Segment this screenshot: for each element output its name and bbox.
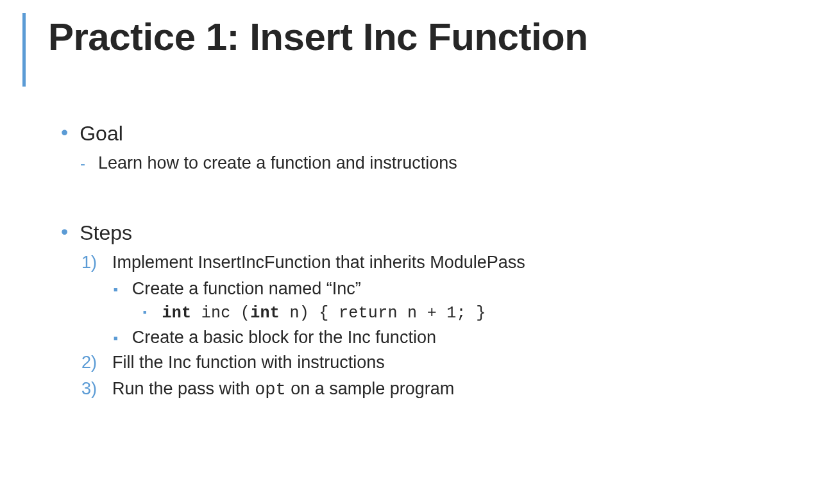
step-text-post: on a sample program xyxy=(286,379,455,398)
bullet-dot-icon: • xyxy=(61,221,68,242)
code-text: n) { return n + 1; } xyxy=(280,304,486,323)
step-2: 2) Fill the Inc function with instructio… xyxy=(61,353,830,373)
bullet-dot-icon: • xyxy=(61,122,68,142)
step-text-pre: Run the pass with xyxy=(112,379,255,398)
dash-icon: - xyxy=(80,155,88,172)
steps-header: • Steps xyxy=(61,221,830,245)
step-text: Fill the Inc function with instructions xyxy=(112,353,385,373)
step-number: 2) xyxy=(81,353,112,373)
slide-title: Practice 1: Insert Inc Function xyxy=(48,6,588,58)
code-snippet: int inc (int n) { return n + 1; } xyxy=(162,304,486,323)
step-text-code: opt xyxy=(255,380,286,399)
goal-item: - Learn how to create a function and ins… xyxy=(61,153,830,173)
step-1-code: ■ int inc (int n) { return n + 1; } xyxy=(61,304,830,323)
goal-heading: Goal xyxy=(80,122,123,146)
goal-text: Learn how to create a function and instr… xyxy=(98,153,457,173)
goal-section: • Goal - Learn how to create a function … xyxy=(61,122,830,173)
code-text: inc ( xyxy=(191,304,250,323)
step-1: 1) Implement InsertIncFunction that inhe… xyxy=(61,253,830,273)
step-number: 3) xyxy=(81,379,112,399)
steps-heading: Steps xyxy=(80,221,132,245)
step-text: Run the pass with opt on a sample progra… xyxy=(112,379,454,399)
step-3: 3) Run the pass with opt on a sample pro… xyxy=(61,379,830,399)
title-area: Practice 1: Insert Inc Function xyxy=(0,0,830,87)
slide-container: Practice 1: Insert Inc Function • Goal -… xyxy=(0,0,830,504)
square-bullet-icon: ■ xyxy=(114,285,118,293)
square-bullet-icon: ■ xyxy=(114,334,118,342)
title-accent-bar xyxy=(22,13,26,87)
code-keyword: int xyxy=(250,304,280,323)
step-1-sub-b: ■ Create a basic block for the Inc funct… xyxy=(61,328,830,348)
sub-bullet-text: Create a basic block for the Inc functio… xyxy=(132,328,436,348)
steps-section: • Steps 1) Implement InsertIncFunction t… xyxy=(61,221,830,399)
step-1-sub-a: ■ Create a function named “Inc” xyxy=(61,279,830,299)
goal-header: • Goal xyxy=(61,122,830,146)
step-text: Implement InsertIncFunction that inherit… xyxy=(112,253,525,273)
code-keyword: int xyxy=(162,304,191,323)
square-bullet-small-icon: ■ xyxy=(143,309,146,315)
sub-bullet-text: Create a function named “Inc” xyxy=(132,279,361,299)
content-area: • Goal - Learn how to create a function … xyxy=(0,87,830,399)
step-number: 1) xyxy=(81,253,112,273)
